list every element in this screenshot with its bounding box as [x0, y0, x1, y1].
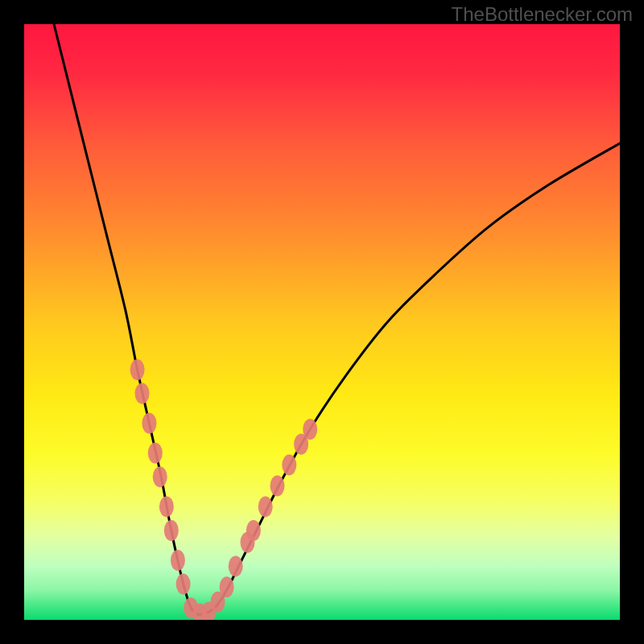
scatter-point [130, 359, 145, 380]
bottleneck-curve [54, 24, 620, 615]
scatter-point [229, 555, 243, 576]
scatter-point [246, 520, 261, 541]
scatter-point [303, 419, 317, 440]
plot-area [24, 24, 620, 620]
scatter-point [270, 476, 285, 497]
scatter-point [220, 576, 234, 597]
chart-svg [24, 24, 620, 620]
scatter-point [164, 520, 179, 541]
scatter-point [153, 466, 167, 487]
scatter-point [159, 496, 174, 517]
scatter-point [142, 413, 156, 434]
scatter-point [171, 550, 185, 571]
chart-frame: TheBottlenecker.com [0, 0, 644, 644]
watermark-text: TheBottlenecker.com [452, 3, 633, 26]
scatter-point [258, 496, 273, 517]
scatter-point [148, 443, 163, 464]
scatter-point [282, 455, 296, 476]
scatter-points [130, 359, 318, 620]
scatter-point [176, 574, 191, 595]
scatter-point [135, 383, 150, 404]
